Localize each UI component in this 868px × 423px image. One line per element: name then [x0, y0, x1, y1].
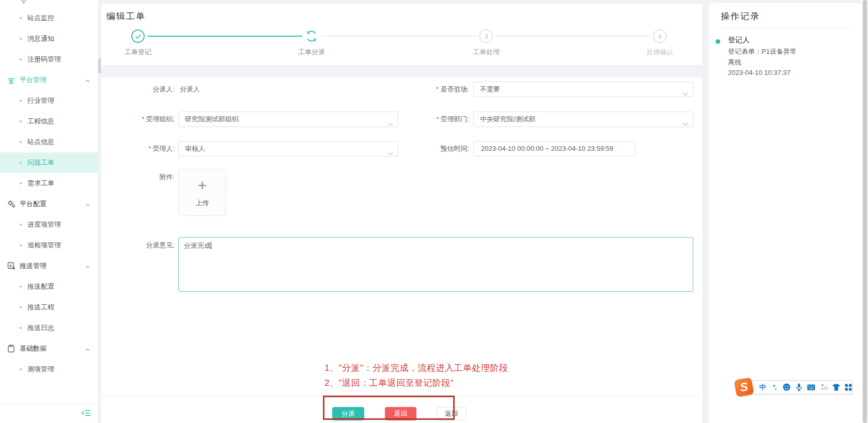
ime-skin-icon[interactable] — [832, 383, 840, 391]
back-button[interactable]: 返回 — [437, 407, 467, 420]
sidebar-group-label: 平台配置 — [20, 199, 47, 209]
sidebar-scrollbar-thumb[interactable] — [98, 58, 101, 73]
dept-select[interactable]: 中央研究院/测试部 — [473, 112, 693, 127]
upload-button[interactable]: + 上传 — [178, 169, 226, 216]
required-asterisk: * — [436, 115, 439, 123]
chevron-up-icon — [85, 262, 90, 270]
org-label: *受理组织: — [101, 112, 175, 127]
bullet-icon — [20, 306, 22, 308]
sidebar-group-base-data[interactable]: 基础数据 — [0, 338, 98, 359]
operation-record-panel: 操作记录 登记人 登记表单：P1设备异常离线 2023-04-10 10:37:… — [709, 3, 862, 423]
opinion-textarea[interactable]: 分派完成 — [178, 237, 693, 292]
bullet-icon — [20, 17, 22, 19]
step-process-icon — [305, 29, 318, 43]
edit-workorder-page: 站点监控 消息通知 注册码管理 平台管理 行业管理 工程信息 站点信息 问题工单… — [0, 0, 868, 423]
onsite-select[interactable]: 不需要 — [473, 82, 693, 97]
assigner-label: 分派人: — [101, 82, 175, 97]
sidebar-group-label: 推送管理 — [20, 261, 47, 271]
estimated-time-range-input[interactable]: 2023-04-10 00:00:00 ~ 2023-04-10 23:59:5… — [473, 141, 636, 156]
sidebar-item-label: 站点监控 — [27, 13, 54, 23]
sidebar-item-label: 问题工单 — [27, 158, 54, 167]
sidebar-group-push-mgmt[interactable]: 推送管理 — [0, 256, 98, 276]
bullet-icon — [20, 368, 22, 370]
sidebar-item-push-config[interactable]: 推送配置 — [0, 276, 98, 297]
sogou-logo-icon[interactable]: S — [734, 377, 754, 397]
step-label: 反馈确认 — [629, 48, 691, 57]
sidebar-menu: 站点监控 消息通知 注册码管理 平台管理 行业管理 工程信息 站点信息 问题工单… — [0, 0, 98, 380]
step-4: 4 反馈确认 — [629, 29, 691, 57]
timeline-dot-icon — [716, 39, 720, 44]
sidebar-item-label: 推送工程 — [27, 303, 54, 312]
bullet-icon — [20, 58, 22, 60]
bullet-icon — [20, 120, 22, 122]
record-detail: 登记表单：P1设备异常离线 — [728, 46, 799, 68]
bullet-icon — [20, 182, 22, 184]
ime-punctuation-icon[interactable]: °, — [771, 383, 778, 391]
step-check-icon — [131, 29, 145, 43]
platform-icon — [7, 76, 16, 85]
step-label: 工单分派 — [281, 48, 343, 57]
sidebar-group-label: 基础数据 — [20, 344, 47, 353]
opinion-label: 分派意见: — [101, 240, 175, 250]
sidebar-item-push-project[interactable]: 推送工程 — [0, 297, 98, 318]
onsite-select-value: 不需要 — [480, 85, 500, 93]
sidebar-item-label: 推送日志 — [27, 323, 54, 333]
step-1: 工单登记 — [107, 29, 169, 57]
main-content: 编辑工单 工单登记 工单分派 3 工单处理 4 — [98, 0, 709, 423]
chevron-down-icon — [683, 117, 688, 131]
bullet-icon — [20, 286, 22, 288]
required-asterisk: * — [142, 115, 144, 123]
ime-emoji-icon[interactable] — [783, 383, 791, 391]
ime-handwriting-icon[interactable] — [820, 383, 828, 391]
sidebar-item-push-log[interactable]: 推送日志 — [0, 318, 98, 338]
push-icon — [7, 262, 16, 271]
ime-toolbox-icon[interactable] — [845, 383, 852, 391]
chevron-down-icon — [683, 87, 688, 101]
sidebar-item-label: 推送配置 — [27, 282, 54, 291]
bullet-icon — [20, 100, 22, 102]
record-time: 2023-04-10 10:37:37 — [728, 69, 791, 76]
ime-language-toggle-icon[interactable]: 中 — [759, 383, 766, 391]
sidebar-group-platform-mgmt[interactable]: 平台管理 — [0, 70, 98, 90]
panel-divider — [721, 28, 850, 28]
assigner-value: 分派人 — [180, 82, 200, 97]
ime-keyboard-icon[interactable] — [807, 383, 815, 391]
sidebar-item-regcode[interactable]: 注册码管理 — [0, 49, 98, 70]
sidebar-item-label: 站点信息 — [27, 137, 54, 147]
opinion-text: 分派完成 — [184, 242, 211, 249]
attachment-label: 附件: — [101, 172, 175, 182]
reject-button[interactable]: 退回 — [385, 407, 416, 420]
step-2: 工单分派 — [281, 29, 343, 57]
step-3: 3 工单处理 — [455, 29, 517, 57]
footer-divider — [101, 395, 702, 396]
sidebar-item-inspection-item-mgmt[interactable]: 巡检项管理 — [0, 235, 98, 256]
clipped-icon — [20, 0, 28, 4]
sidebar-group-platform-config[interactable]: 平台配置 — [0, 194, 98, 214]
sidebar-item-label: 测项管理 — [27, 365, 54, 374]
annotation-line-2: 2、"退回：工单退回至登记阶段" — [324, 377, 454, 389]
header-card: 编辑工单 工单登记 工单分派 3 工单处理 4 — [101, 4, 702, 65]
sidebar-item-industry-mgmt[interactable]: 行业管理 — [0, 90, 98, 111]
sidebar-item-demand-workorder[interactable]: 需求工单 — [0, 173, 98, 194]
sidebar-item-measure-item-mgmt[interactable]: 测项管理 — [0, 359, 98, 380]
sidebar-item-message-notify[interactable]: 消息通知 — [0, 28, 98, 49]
ime-voice-icon[interactable] — [795, 383, 802, 391]
chevron-up-icon — [85, 200, 90, 208]
step-number: 4 — [653, 29, 667, 43]
sidebar: 站点监控 消息通知 注册码管理 平台管理 行业管理 工程信息 站点信息 问题工单… — [0, 0, 98, 423]
ime-toolbar: S 中 °, — [750, 380, 853, 394]
config-icon — [7, 200, 16, 209]
menu-fold-icon[interactable] — [81, 409, 91, 419]
org-select-value: 研究院测试部组织 — [185, 115, 239, 123]
page-scrollbar-thumb[interactable] — [863, 0, 867, 423]
sidebar-item-site-monitor[interactable]: 站点监控 — [0, 8, 98, 28]
sidebar-item-label: 消息通知 — [27, 34, 54, 43]
dispatch-button[interactable]: 分派 — [332, 407, 364, 420]
bullet-icon — [20, 224, 22, 226]
step-label: 工单登记 — [107, 48, 169, 57]
sidebar-item-site-info[interactable]: 站点信息 — [0, 132, 98, 152]
sidebar-item-progress-item-mgmt[interactable]: 进度项管理 — [0, 214, 98, 235]
sidebar-item-project-info[interactable]: 工程信息 — [0, 111, 98, 132]
sidebar-item-issue-workorder[interactable]: 问题工单 — [0, 152, 98, 173]
dept-label: *受理部门: — [360, 112, 469, 127]
